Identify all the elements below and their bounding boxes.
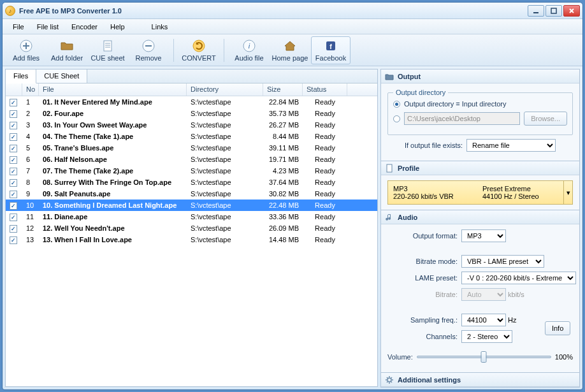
folder-icon bbox=[60, 39, 74, 53]
row-checkbox[interactable] bbox=[10, 168, 17, 175]
volume-slider[interactable] bbox=[417, 351, 551, 363]
app-window: ♪ Free APE to MP3 Converter 1.0 File Fil… bbox=[2, 2, 583, 390]
folder-icon bbox=[385, 72, 394, 81]
svg-line-25 bbox=[391, 381, 393, 382]
output-format-select[interactable]: MP3 bbox=[461, 229, 506, 242]
lame-preset-select[interactable]: -V 0 : 220-260 kbit/s - Extreme bbox=[461, 272, 576, 284]
menu-links[interactable]: Links bbox=[145, 21, 175, 33]
sampling-select[interactable]: 44100 bbox=[461, 314, 506, 326]
table-row[interactable]: 1111. Diane.apeS:\vctest\ape33.36 MBRead… bbox=[6, 211, 377, 222]
row-checkbox[interactable] bbox=[10, 214, 17, 221]
menu-file-list[interactable]: File list bbox=[31, 21, 65, 33]
bitrate-mode-select[interactable]: VBR - LAME preset bbox=[461, 255, 544, 268]
facebook-icon: f bbox=[324, 39, 338, 53]
audio-section: Audio Output format: MP3 Bitrate mode: V… bbox=[380, 210, 580, 373]
row-checkbox[interactable] bbox=[10, 156, 17, 164]
table-body[interactable]: 101. It Never Entered My Mind.apeS:\vcte… bbox=[6, 96, 377, 386]
file-list-pane: Files CUE Sheet No File Directory Size S… bbox=[5, 69, 378, 387]
minimize-button[interactable] bbox=[528, 5, 544, 17]
channels-select[interactable]: 2 - Stereo bbox=[461, 330, 512, 343]
table-row[interactable]: 404. The Theme (Take 1).apeS:\vctest\ape… bbox=[6, 131, 377, 142]
svg-line-24 bbox=[387, 377, 388, 379]
home-page-button[interactable]: Home page bbox=[270, 36, 310, 64]
row-checkbox[interactable] bbox=[10, 191, 17, 198]
table-row[interactable]: 1313. When I Fall In Love.apeS:\vctest\a… bbox=[6, 234, 377, 245]
tabstrip: Files CUE Sheet bbox=[6, 69, 377, 83]
app-icon: ♪ bbox=[5, 6, 15, 16]
table-header: No File Directory Size Status bbox=[6, 83, 377, 96]
menu-encoder[interactable]: Encoder bbox=[65, 21, 104, 33]
add-files-button[interactable]: Add files bbox=[6, 36, 46, 64]
maximize-button[interactable] bbox=[545, 5, 562, 17]
svg-point-19 bbox=[387, 378, 391, 382]
profile-heading: Profile bbox=[398, 164, 419, 172]
menu-file[interactable]: File bbox=[6, 21, 31, 33]
if-exists-select[interactable]: Rename file bbox=[466, 139, 556, 152]
row-checkbox[interactable] bbox=[10, 145, 17, 152]
output-section: Output Output directory Output directory… bbox=[380, 69, 580, 161]
profile-section: Profile MP3Preset Extreme 220-260 kbit/s… bbox=[380, 161, 580, 210]
tab-files[interactable]: Files bbox=[6, 69, 36, 83]
row-checkbox[interactable] bbox=[10, 99, 17, 106]
audio-file-button[interactable]: i Audio file bbox=[229, 36, 269, 64]
output-path-input[interactable] bbox=[404, 112, 520, 125]
add-folder-button[interactable]: Add folder bbox=[47, 36, 87, 64]
table-row[interactable]: 505. Trane's Blues.apeS:\vctest\ape39.11… bbox=[6, 142, 377, 154]
row-checkbox[interactable] bbox=[10, 225, 17, 233]
app-title: Free APE to MP3 Converter 1.0 bbox=[19, 7, 528, 15]
titlebar[interactable]: ♪ Free APE to MP3 Converter 1.0 bbox=[3, 3, 582, 19]
svg-line-26 bbox=[387, 381, 388, 382]
table-row[interactable]: 606. Half Nelson.apeS:\vctest\ape19.71 M… bbox=[6, 154, 377, 165]
additional-heading: Additional settings bbox=[398, 376, 461, 384]
home-icon bbox=[283, 39, 297, 53]
row-checkbox[interactable] bbox=[10, 202, 17, 210]
row-checkbox[interactable] bbox=[10, 110, 17, 118]
row-checkbox[interactable] bbox=[10, 122, 17, 129]
menubar: File File list Encoder Help Links bbox=[3, 19, 582, 34]
output-custom-dir-radio[interactable] bbox=[393, 115, 400, 122]
svg-rect-1 bbox=[551, 8, 556, 13]
menu-help[interactable]: Help bbox=[104, 21, 131, 33]
toolbar: Add files Add folder CUE sheet Remove CO… bbox=[3, 34, 582, 66]
output-heading: Output bbox=[398, 73, 421, 80]
plus-icon bbox=[19, 39, 33, 53]
audio-heading: Audio bbox=[398, 214, 417, 221]
col-status[interactable]: Status bbox=[303, 83, 347, 96]
table-row[interactable]: 1212. Well You Needn't.apeS:\vctest\ape2… bbox=[6, 222, 377, 234]
note-icon bbox=[385, 213, 394, 222]
tab-cue-sheet[interactable]: CUE Sheet bbox=[36, 69, 87, 83]
col-directory[interactable]: Directory bbox=[187, 83, 263, 96]
profile-selector[interactable]: MP3Preset Extreme 220-260 kbit/s VBR4410… bbox=[387, 180, 573, 205]
col-size[interactable]: Size bbox=[263, 83, 303, 96]
row-checkbox[interactable] bbox=[10, 133, 17, 141]
table-row[interactable]: 808. Surrey With The Fringe On Top.apeS:… bbox=[6, 177, 377, 188]
chevron-down-icon: ▾ bbox=[563, 181, 572, 204]
remove-button[interactable]: Remove bbox=[129, 36, 168, 64]
table-row[interactable]: 101. It Never Entered My Mind.apeS:\vcte… bbox=[6, 96, 377, 108]
bitrate-select[interactable]: Auto bbox=[461, 288, 506, 301]
svg-point-13 bbox=[193, 40, 205, 52]
table-row[interactable]: 202. Four.apeS:\vctest\ape35.73 MBReady bbox=[6, 108, 377, 119]
close-button[interactable] bbox=[563, 5, 580, 17]
cue-sheet-button[interactable]: CUE sheet bbox=[88, 36, 127, 64]
svg-rect-18 bbox=[387, 164, 392, 172]
output-same-dir-radio[interactable] bbox=[393, 101, 400, 108]
facebook-button[interactable]: f Facebook bbox=[311, 36, 350, 64]
table-row[interactable]: 1010. Something I Dreamed Last Night.ape… bbox=[6, 200, 377, 211]
additional-section[interactable]: Additional settings bbox=[380, 373, 580, 388]
convert-icon bbox=[192, 39, 206, 53]
info-button[interactable]: Info bbox=[545, 321, 570, 335]
svg-rect-7 bbox=[104, 41, 112, 51]
settings-pane: Output Output directory Output directory… bbox=[380, 69, 580, 387]
col-no[interactable]: No bbox=[22, 83, 39, 96]
row-checkbox[interactable] bbox=[10, 179, 17, 187]
browse-button[interactable]: Browse... bbox=[524, 112, 567, 126]
svg-text:f: f bbox=[329, 43, 332, 50]
document-icon bbox=[385, 164, 394, 173]
convert-button[interactable]: CONVERT bbox=[179, 36, 219, 64]
table-row[interactable]: 909. Salt Peanuts.apeS:\vctest\ape30.82 … bbox=[6, 188, 377, 200]
table-row[interactable]: 303. In Your Own Sweet Way.apeS:\vctest\… bbox=[6, 119, 377, 131]
table-row[interactable]: 707. The Theme (Take 2).apeS:\vctest\ape… bbox=[6, 165, 377, 177]
col-file[interactable]: File bbox=[39, 83, 187, 96]
row-checkbox[interactable] bbox=[10, 236, 17, 244]
